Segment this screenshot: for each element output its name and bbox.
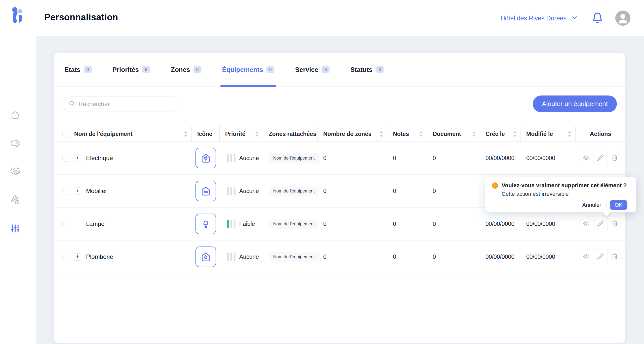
- search-icon: [69, 100, 75, 108]
- sort-arrows-icon[interactable]: [184, 131, 187, 137]
- trash-icon: [611, 253, 618, 261]
- sidebar-item-settings-sliders[interactable]: [10, 223, 20, 233]
- hotel-selector[interactable]: Hôtel des Rives Dorées: [500, 14, 578, 22]
- tab-zones[interactable]: Zones0: [171, 53, 202, 86]
- eye-icon: [583, 154, 590, 162]
- sort-arrows-icon[interactable]: [419, 131, 423, 137]
- settings-sliders-icon: [10, 223, 20, 233]
- view-button[interactable]: [579, 151, 593, 165]
- column-header-nom-de-l-equipement[interactable]: Nom de l'équipement: [54, 126, 192, 142]
- zones-chip[interactable]: Nom de l'équipement: [269, 219, 319, 229]
- priority-label: Faible: [239, 221, 255, 227]
- tab-priorites[interactable]: Priorités0: [112, 53, 150, 86]
- app-logo[interactable]: [12, 7, 24, 27]
- row-actions: [579, 217, 622, 231]
- tab-service[interactable]: Service0: [295, 53, 330, 86]
- priority-bars: [227, 253, 235, 261]
- expand-row-button[interactable]: +: [74, 253, 81, 261]
- row-actions: [579, 250, 622, 264]
- search-box[interactable]: [63, 96, 179, 112]
- row-checkbox[interactable]: [62, 155, 69, 162]
- row-checkbox[interactable]: [62, 254, 69, 260]
- zones-chip[interactable]: Nom de l'équipement: [269, 252, 319, 262]
- priority-label: Aucune: [239, 188, 259, 194]
- table-header: Nom de l'équipementIcônePrioritéZones ra…: [54, 126, 625, 142]
- sort-arrows-icon[interactable]: [380, 131, 383, 137]
- column-label: Crée le: [486, 131, 505, 137]
- home-icon: [10, 110, 20, 120]
- notes-count: 0: [387, 254, 427, 260]
- tab-count-badge: 0: [193, 66, 202, 73]
- pencil-icon: [597, 253, 604, 261]
- notes-count: 0: [387, 155, 427, 162]
- sidebar-item-home[interactable]: [10, 110, 20, 120]
- documents-count: 0: [427, 221, 480, 227]
- row-checkbox[interactable]: [62, 188, 69, 194]
- tab-label: Statuts: [350, 66, 372, 74]
- topbar: Personnalisation Hôtel des Rives Dorées: [0, 0, 644, 36]
- sort-arrows-icon[interactable]: [255, 131, 259, 137]
- house-electric-icon[interactable]: [195, 148, 216, 168]
- eye-icon: [583, 220, 590, 228]
- notifications-button[interactable]: [592, 12, 603, 24]
- delete-button[interactable]: [608, 151, 622, 165]
- avatar[interactable]: [615, 11, 630, 26]
- priority-bars: [227, 187, 235, 195]
- sidebar-item-handshake[interactable]: [10, 167, 20, 177]
- search-input[interactable]: [78, 101, 173, 108]
- trash-icon: [611, 220, 618, 228]
- edit-button[interactable]: [593, 250, 608, 264]
- view-button[interactable]: [579, 217, 593, 231]
- column-header-notes[interactable]: Notes: [387, 126, 427, 142]
- equipment-name: Électrique: [86, 155, 113, 162]
- sidebar-item-maintenance[interactable]: [10, 195, 20, 205]
- house-bed-icon[interactable]: [195, 181, 216, 201]
- cancel-button[interactable]: Annuler: [577, 200, 607, 210]
- tab-label: Équipements: [222, 66, 263, 74]
- column-header-cree-le[interactable]: Crée le: [480, 126, 521, 142]
- ok-button[interactable]: OK: [610, 200, 627, 210]
- equipment-name: Lampe: [86, 220, 104, 227]
- column-header-priorite[interactable]: Priorité: [220, 126, 263, 142]
- edit-button[interactable]: [593, 217, 608, 231]
- edit-button[interactable]: [593, 151, 608, 165]
- tab-count-badge: 0: [84, 66, 92, 73]
- tab-label: Zones: [171, 66, 190, 74]
- warning-icon: !: [492, 182, 498, 189]
- zones-chip[interactable]: Nom de l'équipement: [269, 153, 319, 163]
- select-all-checkbox[interactable]: [62, 131, 69, 137]
- tab-statuts[interactable]: Statuts0: [350, 53, 384, 86]
- row-checkbox[interactable]: [62, 221, 69, 227]
- sidebar-item-rooms[interactable]: [10, 138, 20, 148]
- zones-count: 0: [318, 155, 387, 162]
- tab-count-badge: 0: [142, 66, 150, 73]
- expand-row-button[interactable]: +: [74, 187, 81, 195]
- sort-arrows-icon[interactable]: [472, 131, 476, 137]
- table-row-plomberie: + Plomberie Aucune Nom de l'équipement 0…: [54, 240, 625, 273]
- lamp-icon[interactable]: [195, 214, 216, 234]
- tab-etats[interactable]: Etats0: [64, 53, 92, 86]
- column-header-zones-rattachees: Zones rattachées: [263, 126, 318, 142]
- column-label: Nom de l'équipement: [74, 131, 133, 137]
- documents-count: 0: [427, 155, 480, 162]
- column-header-nombre-de-zones[interactable]: Nombre de zones: [318, 126, 387, 142]
- delete-button[interactable]: [608, 250, 622, 264]
- house-droplet-icon[interactable]: [195, 247, 216, 267]
- hotel-name: Hôtel des Rives Dorées: [500, 15, 567, 22]
- add-equipment-button[interactable]: Ajouter un équipement: [533, 95, 617, 112]
- popconfirm-title: Voulez-vous vraiment supprimer cet éléme…: [502, 182, 627, 189]
- tab-equipements[interactable]: Équipements0: [222, 53, 274, 86]
- popconfirm-message: Cette action est irréversible: [502, 191, 627, 197]
- sort-arrows-icon[interactable]: [513, 131, 516, 137]
- delete-button[interactable]: [608, 217, 622, 231]
- documents-count: 0: [427, 254, 480, 260]
- column-label: Modifié le: [526, 131, 553, 137]
- expand-row-button[interactable]: +: [74, 155, 81, 162]
- column-header-document[interactable]: Document: [427, 126, 480, 142]
- view-button[interactable]: [579, 250, 593, 264]
- delete-confirm-popover: ! Voulez-vous vraiment supprimer cet élé…: [485, 177, 636, 212]
- zones-chip[interactable]: Nom de l'équipement: [269, 186, 319, 196]
- column-header-modifie-le[interactable]: Modifié le: [521, 126, 576, 142]
- sort-arrows-icon[interactable]: [568, 131, 571, 137]
- tab-count-badge: 0: [376, 66, 384, 73]
